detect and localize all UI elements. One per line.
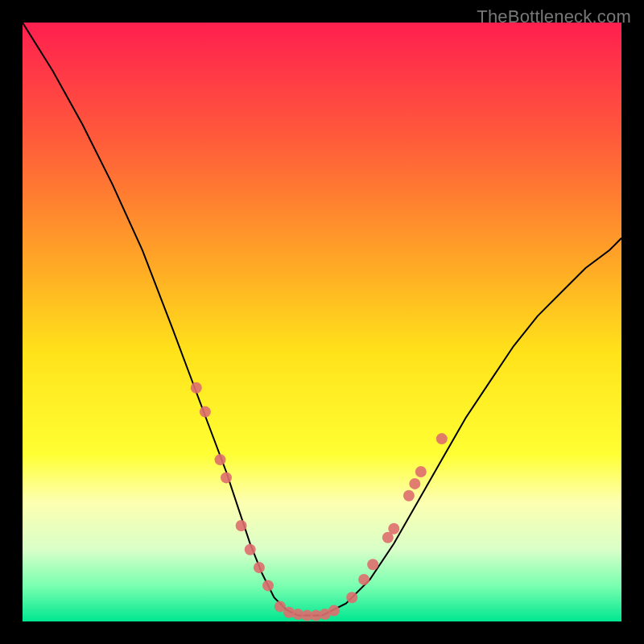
chart-frame: TheBottleneck.com xyxy=(0,0,644,644)
curve-marker xyxy=(200,407,211,418)
curve-marker xyxy=(367,559,378,570)
curve-marker xyxy=(215,454,226,465)
curve-marker xyxy=(328,605,340,617)
curve-marker xyxy=(436,433,448,444)
curve-marker xyxy=(388,523,399,535)
watermark-text: TheBottleneck.com xyxy=(477,6,631,27)
curve-marker xyxy=(254,562,265,573)
gradient-background xyxy=(23,23,621,621)
curve-marker xyxy=(236,520,247,531)
curve-marker xyxy=(409,478,420,489)
curve-marker xyxy=(346,592,357,603)
curve-marker xyxy=(358,574,369,585)
curve-marker xyxy=(403,490,415,502)
chart-svg xyxy=(23,23,621,621)
curve-marker xyxy=(245,544,256,555)
curve-marker xyxy=(191,382,202,394)
curve-marker xyxy=(415,466,427,477)
plot-area xyxy=(23,23,621,621)
curve-marker xyxy=(262,580,274,591)
curve-marker xyxy=(221,472,232,483)
